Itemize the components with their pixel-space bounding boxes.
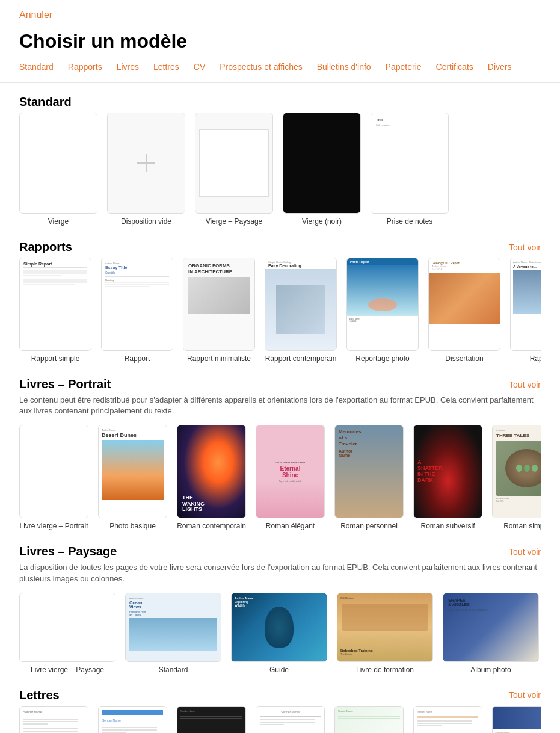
- livres-portrait-subtitle: Le contenu peut être redistribué pour s'…: [19, 395, 541, 416]
- template-bookl-standard[interactable]: Author Name OceanViews Highlights FromMy…: [125, 593, 221, 674]
- rapport-extra-label: Rapport…: [530, 354, 541, 363]
- bookl-album-thumb: SHAPES& ANGLES ARCHITECTURAL PHOTOGRAPHY: [443, 593, 539, 662]
- livres-paysage-templates-row: Livre vierge – Paysage Author Name Ocean…: [19, 593, 541, 674]
- template-rapport-simple[interactable]: Simple Report Rapport simple: [19, 258, 91, 363]
- template-bookl-album[interactable]: SHAPES& ANGLES ARCHITECTURAL PHOTOGRAPHY…: [443, 593, 539, 674]
- livre-vierge-visual: [20, 425, 88, 518]
- annuler-button[interactable]: Annuler: [19, 10, 52, 20]
- section-livres-paysage: Livres – Paysage Tout voir La dispositio…: [0, 542, 560, 685]
- bookl-standard-visual: Author Name OceanViews Highlights FromMy…: [126, 593, 221, 661]
- template-disp-vide-thumb: [107, 113, 185, 214]
- rapport-simple-visual: Simple Report: [20, 258, 91, 350]
- tab-standard[interactable]: Standard: [19, 61, 54, 73]
- template-rapport-extra[interactable]: Author Name · Datestamp xxx A Voyage to……: [510, 258, 541, 363]
- tab-cv[interactable]: CV: [194, 61, 205, 73]
- template-disp-vide[interactable]: Disposition vide: [107, 113, 185, 226]
- tab-certificats[interactable]: Certificats: [436, 61, 473, 73]
- tab-lettres[interactable]: Lettres: [153, 61, 179, 73]
- template-vierge[interactable]: Vierge: [19, 113, 97, 226]
- dissertation-label: Dissertation: [445, 354, 483, 363]
- template-prise-notes[interactable]: Title Sub heading Prise de notes: [371, 113, 449, 226]
- template-vierge-paysage-label: Vierge – Paysage: [206, 217, 263, 226]
- template-lettre-4[interactable]: Sender Name: [256, 706, 325, 733]
- tab-divers[interactable]: Divers: [488, 61, 512, 73]
- bookl-vierge-thumb: [19, 593, 115, 662]
- tab-rapports[interactable]: Rapports: [68, 61, 102, 73]
- template-disp-vide-label: Disposition vide: [121, 217, 171, 226]
- bookl-standard-thumb: Author Name OceanViews Highlights FromMy…: [125, 593, 221, 662]
- template-roman-elegant[interactable]: Tap or click to add a subtitle EternalSh…: [256, 425, 325, 530]
- template-vierge-thumb: [19, 113, 97, 214]
- template-roman-contemp[interactable]: THEWAKINGLIGHTS Roman contemporain: [177, 425, 246, 530]
- lettre-2-thumb: Sender Name: [98, 706, 167, 733]
- reportage-photo-thumb: Photo Report Author NameFall 2024: [346, 258, 419, 351]
- lettre-1-visual: Sender Name: [20, 707, 88, 733]
- bookl-training-visual: Bakeshop Training The Basics 2024 Editio…: [337, 593, 432, 661]
- bookl-guide-visual: Author NameExploringWildlife: [232, 593, 327, 661]
- template-reportage-photo[interactable]: Photo Report Author NameFall 2024 Report…: [346, 258, 419, 363]
- rapport-min-label: Rapport minimaliste: [187, 354, 251, 363]
- lettres-templates-row: Sender Name Sender Name: [19, 706, 541, 733]
- rapport-visual: Author Name Essay Title Subtitle Heading: [102, 258, 173, 350]
- template-roman-subversif[interactable]: ASHATTERIN THEDARK Roman subversif: [413, 425, 482, 530]
- template-lettre-2[interactable]: Sender Name: [98, 706, 167, 733]
- roman-contemp-thumb: THEWAKINGLIGHTS: [177, 425, 246, 518]
- rapport-min-visual: ORGANIC FORMSIN ARCHITECTURE: [183, 258, 254, 350]
- rapports-tout-voir[interactable]: Tout voir: [509, 243, 541, 252]
- section-standard: Standard Vierge Disposition vide Vierge …: [0, 83, 560, 238]
- lettres-tout-voir[interactable]: Tout voir: [509, 690, 541, 700]
- roman-simple-thumb: A Novel THREE TALES AUTHOR NAMEFall 2024: [492, 425, 541, 518]
- livres-paysage-tout-voir[interactable]: Tout voir: [509, 547, 541, 557]
- template-vierge-noir[interactable]: Vierge (noir): [283, 113, 361, 226]
- dissertation-visual: Geology 101 Report Author NameFall 2024: [429, 258, 500, 350]
- template-vierge-paysage[interactable]: Vierge – Paysage: [195, 113, 273, 226]
- lettre-6-thumb: Sender Name: [413, 706, 482, 733]
- lettre-4-visual: Sender Name: [256, 707, 324, 733]
- template-rapport[interactable]: Author Name Essay Title Subtitle Heading…: [101, 258, 173, 363]
- livres-portrait-tout-voir[interactable]: Tout voir: [509, 380, 541, 389]
- template-photo-basique[interactable]: Author Name Desert Dunes Photo basique: [98, 425, 167, 530]
- section-standard-header: Standard: [19, 95, 541, 109]
- standard-title: Standard: [19, 95, 72, 109]
- rapport-thumb: Author Name Essay Title Subtitle Heading: [101, 258, 173, 351]
- top-bar: Annuler: [0, 0, 560, 25]
- template-rapport-contemp[interactable]: Simple Home Styling Easy Decorating Rapp…: [265, 258, 337, 363]
- template-bookl-training[interactable]: Bakeshop Training The Basics 2024 Editio…: [337, 593, 433, 674]
- template-bookl-guide[interactable]: Author NameExploringWildlife Guide: [231, 593, 327, 674]
- template-lettre-6[interactable]: Sender Name: [413, 706, 482, 733]
- template-lettre-1[interactable]: Sender Name: [19, 706, 88, 733]
- tab-bulletins[interactable]: Bulletins d'info: [317, 61, 371, 73]
- tab-livres[interactable]: Livres: [117, 61, 139, 73]
- template-rapport-min[interactable]: ORGANIC FORMSIN ARCHITECTURE Rapport min…: [183, 258, 255, 363]
- template-lettre-5[interactable]: Sender Name: [334, 706, 404, 733]
- template-livre-vierge[interactable]: Livre vierge – Portrait: [19, 425, 88, 530]
- section-lettres-header: Lettres Tout voir: [19, 688, 541, 702]
- rapport-extra-visual: Author Name · Datestamp xxx A Voyage to…: [511, 258, 541, 350]
- template-vierge-paysage-thumb: [195, 113, 273, 214]
- rapport-extra-thumb: Author Name · Datestamp xxx A Voyage to…: [510, 258, 541, 351]
- tab-prospectus[interactable]: Prospectus et affiches: [220, 61, 302, 73]
- template-bookl-vierge[interactable]: Livre vierge – Paysage: [19, 593, 115, 674]
- reportage-photo-visual: Photo Report Author NameFall 2024: [347, 258, 418, 350]
- template-lettre-7[interactable]: Sender Name: [492, 706, 541, 733]
- template-lettre-3[interactable]: Sender Name: [177, 706, 246, 733]
- tab-papeterie[interactable]: Papeterie: [386, 61, 422, 73]
- roman-perso-visual: Memoriesof aTraveler AuthorName: [335, 425, 403, 518]
- rapport-contemp-thumb: Simple Home Styling Easy Decorating: [265, 258, 337, 351]
- roman-contemp-visual: THEWAKINGLIGHTS: [177, 425, 245, 518]
- nav-tabs: Standard Rapports Livres Lettres CV Pros…: [0, 61, 560, 83]
- template-roman-simple[interactable]: A Novel THREE TALES AUTHOR NAMEFall 2024…: [492, 425, 541, 530]
- photo-basique-label: Photo basique: [109, 522, 156, 530]
- template-vierge-noir-thumb: [283, 113, 361, 214]
- template-vierge-noir-label: Vierge (noir): [302, 217, 342, 226]
- roman-elegant-label: Roman élégant: [266, 522, 315, 530]
- template-dissertation[interactable]: Geology 101 Report Author NameFall 2024 …: [428, 258, 500, 363]
- livres-paysage-subtitle: La disposition de toutes les pages de vo…: [19, 562, 541, 584]
- section-rapports-header: Rapports Tout voir: [19, 240, 541, 254]
- bookl-vierge-visual: [20, 593, 115, 661]
- template-roman-perso[interactable]: Memoriesof aTraveler AuthorName Roman pe…: [334, 425, 404, 530]
- photo-basique-visual: Author Name Desert Dunes: [99, 425, 167, 518]
- roman-subversif-visual: ASHATTERIN THEDARK: [414, 425, 482, 518]
- rapport-contemp-label: Rapport contemporain: [265, 354, 337, 363]
- lettre-3-thumb: Sender Name: [177, 706, 246, 733]
